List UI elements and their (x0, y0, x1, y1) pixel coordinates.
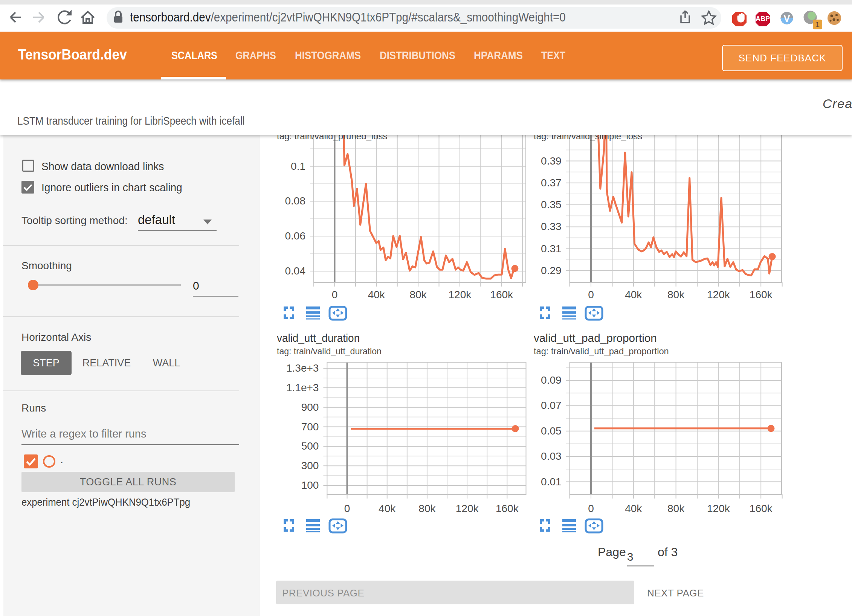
svg-text:0.29: 0.29 (541, 265, 562, 276)
svg-text:1.3e+3: 1.3e+3 (286, 362, 319, 374)
svg-text:0.09: 0.09 (541, 374, 562, 386)
svg-text:PREVIOUS PAGE: PREVIOUS PAGE (282, 587, 364, 599)
svg-text:NEXT PAGE: NEXT PAGE (647, 587, 704, 599)
svg-text:40k: 40k (625, 289, 642, 300)
svg-text:160k: 160k (496, 503, 519, 514)
svg-text:0.39: 0.39 (541, 155, 562, 167)
svg-text:40k: 40k (379, 503, 396, 514)
svg-text:0: 0 (588, 289, 594, 300)
svg-text:120k: 120k (456, 503, 479, 514)
svg-text:160k: 160k (750, 503, 773, 514)
svg-text:700: 700 (301, 421, 319, 433)
svg-text:0.06: 0.06 (285, 230, 306, 242)
svg-text:80k: 80k (667, 289, 685, 300)
svg-text:0.01: 0.01 (541, 476, 562, 488)
svg-text:100: 100 (301, 479, 319, 491)
svg-text:80k: 80k (418, 503, 436, 514)
svg-text:3: 3 (627, 550, 634, 563)
svg-text:valid_utt_pad_proportion: valid_utt_pad_proportion (534, 332, 657, 344)
svg-text:1: 1 (815, 20, 820, 29)
svg-text:0.03: 0.03 (541, 450, 562, 462)
svg-text:1.1e+3: 1.1e+3 (286, 382, 319, 393)
svg-text:0: 0 (344, 503, 350, 514)
svg-text:of 3: of 3 (658, 545, 678, 559)
svg-text:0.37: 0.37 (541, 177, 562, 189)
svg-text:120k: 120k (707, 289, 730, 300)
svg-text:ABP: ABP (756, 15, 770, 23)
svg-text:40k: 40k (625, 503, 642, 514)
svg-text:tag: train/valid_utt_duration: tag: train/valid_utt_duration (277, 346, 382, 357)
svg-text:160k: 160k (490, 289, 513, 300)
svg-text:300: 300 (301, 460, 319, 471)
svg-text:V: V (783, 13, 790, 24)
svg-text:0.31: 0.31 (541, 243, 562, 255)
svg-text:0: 0 (332, 289, 338, 300)
svg-text:500: 500 (301, 440, 319, 452)
svg-text:0.08: 0.08 (285, 195, 306, 207)
svg-text:900: 900 (301, 401, 319, 413)
svg-text:valid_utt_duration: valid_utt_duration (277, 332, 360, 344)
svg-text:120k: 120k (707, 503, 730, 514)
svg-text:120k: 120k (449, 289, 472, 300)
svg-text:Page: Page (598, 545, 626, 559)
svg-text:tag: train/valid_utt_pad_propo: tag: train/valid_utt_pad_proportion (534, 346, 669, 356)
svg-text:80k: 80k (410, 289, 427, 300)
svg-text:0.04: 0.04 (285, 265, 306, 277)
svg-text:0.33: 0.33 (541, 221, 562, 232)
svg-text:0.1: 0.1 (291, 160, 305, 172)
svg-text:tensorboard.dev/experiment/cj2: tensorboard.dev/experiment/cj2vtPiwQHKN9… (130, 11, 566, 24)
svg-text:40k: 40k (368, 289, 385, 300)
svg-text:0.05: 0.05 (541, 425, 562, 437)
svg-text:160k: 160k (750, 289, 773, 300)
svg-text:0.07: 0.07 (541, 399, 562, 411)
svg-text:80k: 80k (667, 503, 685, 514)
svg-text:0: 0 (588, 503, 594, 514)
svg-text:0.35: 0.35 (541, 199, 562, 210)
